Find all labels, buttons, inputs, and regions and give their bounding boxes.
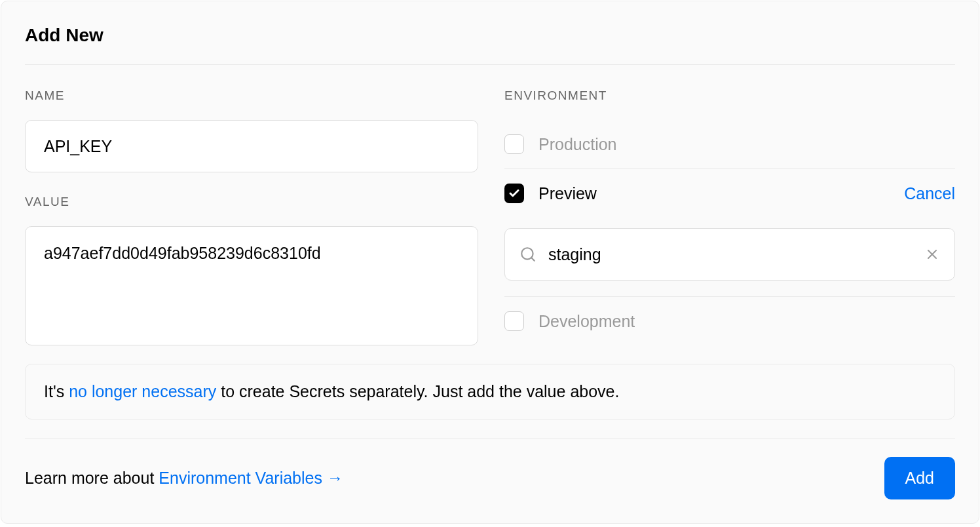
add-new-card: Add New NAME VALUE a947aef7dd0d49fab9582… [1,1,979,524]
info-suffix: to create Secrets separately. Just add t… [216,382,619,400]
check-icon [508,187,520,199]
value-textarea[interactable]: a947aef7dd0d49fab958239d6c8310fd [25,226,478,345]
filter-box [504,228,955,281]
preview-row[interactable]: Preview Cancel [504,169,955,218]
card-title: Add New [25,25,955,46]
main-content: NAME VALUE a947aef7dd0d49fab958239d6c831… [25,65,955,364]
svg-line-1 [531,258,535,261]
name-label: NAME [25,88,478,103]
left-column: NAME VALUE a947aef7dd0d49fab958239d6c831… [25,88,478,348]
arrow-right-icon: → [322,469,343,487]
value-label: VALUE [25,195,478,209]
development-row[interactable]: Development [504,297,955,345]
clear-icon[interactable] [924,246,940,262]
add-button[interactable]: Add [884,457,955,499]
development-checkbox[interactable] [504,311,524,331]
preview-label: Preview [538,184,890,203]
production-label: Production [538,135,955,154]
filter-input[interactable] [548,245,913,264]
filter-wrap [504,218,955,296]
env-vars-link[interactable]: Environment Variables → [159,469,343,487]
footer-prefix: Learn more about [25,469,159,487]
info-link[interactable]: no longer necessary [69,382,216,400]
info-prefix: It's [44,382,69,400]
cancel-link[interactable]: Cancel [904,184,955,203]
development-label: Development [538,312,955,331]
footer-text: Learn more about Environment Variables → [25,469,343,488]
search-icon [519,246,537,263]
environment-label: ENVIRONMENT [504,88,955,103]
production-row[interactable]: Production [504,120,955,168]
info-box: It's no longer necessary to create Secre… [25,364,955,420]
right-column: ENVIRONMENT Production Preview Cancel [504,88,955,348]
name-input[interactable] [25,120,478,172]
preview-checkbox[interactable] [504,184,524,203]
footer: Learn more about Environment Variables →… [25,439,955,499]
production-checkbox[interactable] [504,134,524,154]
